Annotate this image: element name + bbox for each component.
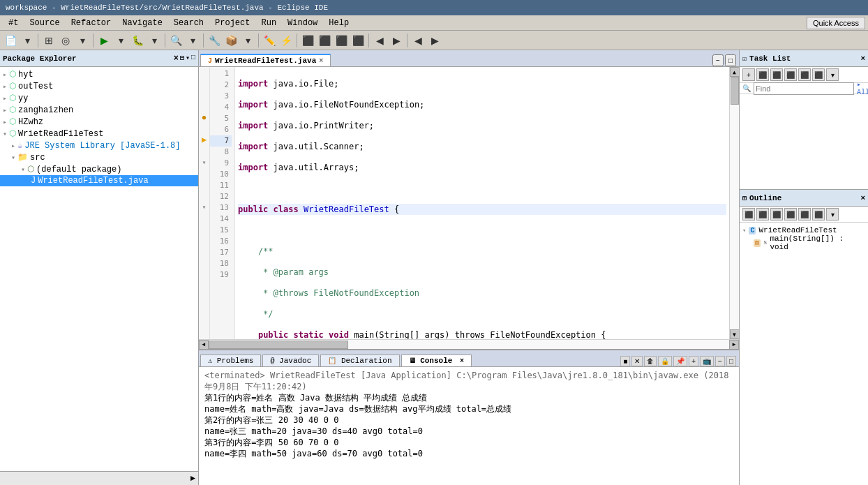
console-remove-btn[interactable]: ✕ xyxy=(631,356,643,366)
toolbar-btn-7[interactable]: 📦 xyxy=(223,33,239,48)
editor-tab-wrietreadfiletest[interactable]: J WrietReadFileTest.java × xyxy=(200,54,331,66)
menu-item-project[interactable]: Project xyxy=(209,17,255,29)
menu-item-window[interactable]: Window xyxy=(282,17,323,29)
task-find-input[interactable] xyxy=(754,82,854,95)
bottom-tab-console[interactable]: 🖥 Console × xyxy=(401,355,472,366)
task-btn-6[interactable]: ⬛ xyxy=(812,68,825,81)
toolbar-btn-14[interactable]: ⬛ xyxy=(350,33,366,48)
menu-item-search[interactable]: Search xyxy=(168,17,209,29)
menu-item-help[interactable]: Help xyxy=(323,17,354,29)
task-btn-3[interactable]: ⬛ xyxy=(770,68,783,81)
open-perspective-button[interactable]: ⊞ xyxy=(41,33,57,48)
task-btn-4[interactable]: ⬛ xyxy=(784,68,797,81)
bottom-tab-declaration[interactable]: 📋 Declaration xyxy=(320,355,399,366)
new-button[interactable]: 📄 xyxy=(3,33,18,48)
editor-maximize-btn[interactable]: □ xyxy=(725,54,736,66)
outline-btn-4[interactable]: ⬛ xyxy=(784,208,797,221)
toolbar-btn-17[interactable]: ◀ xyxy=(410,33,426,48)
console-pin-btn[interactable]: 📌 xyxy=(673,356,687,366)
expand-icon[interactable]: ► xyxy=(190,474,195,484)
debug-button[interactable]: 🐛 xyxy=(130,33,145,48)
editor-minimize-btn[interactable]: − xyxy=(712,54,724,66)
scroll-up-arrow[interactable]: ▲ xyxy=(730,67,740,77)
toolbar-btn-11[interactable]: ⬛ xyxy=(300,33,315,48)
h-scroll-left[interactable]: ◄ xyxy=(199,340,209,350)
toolbar-btn-18[interactable]: ▶ xyxy=(427,33,442,48)
menu-item-run[interactable]: Run xyxy=(255,17,282,29)
scroll-down-arrow[interactable]: ▼ xyxy=(730,329,740,339)
menu-item-source[interactable]: Source xyxy=(24,17,65,29)
tree-item-hzwhz[interactable]: ▸ ⬡ HZwhz xyxy=(0,116,198,128)
console-display-btn[interactable]: 📺 xyxy=(700,356,714,366)
console-stop-btn[interactable]: ■ xyxy=(620,356,630,366)
menu-item-refactor[interactable]: Refactor xyxy=(66,17,117,29)
h-scroll-right[interactable]: ► xyxy=(729,340,739,350)
tree-item-wrietreadfiletest-project[interactable]: ▾ ⬡ WrietReadFileTest xyxy=(0,128,198,140)
bottom-tab-problems[interactable]: ⚠ Problems xyxy=(200,355,261,366)
task-add-btn[interactable]: + xyxy=(742,68,755,81)
console-min-btn[interactable]: − xyxy=(715,356,725,366)
tree-item-yy[interactable]: ▸ ⬡ yy xyxy=(0,92,198,104)
task-list-close-icon[interactable]: × xyxy=(860,54,865,63)
marker-13-fold[interactable]: ▾ xyxy=(199,201,209,212)
tree-item-wrietreadfiletest-java[interactable]: J WrietReadFileTest.java xyxy=(0,175,198,186)
toolbar-btn-6[interactable]: 🔧 xyxy=(207,33,222,48)
panel-min-icon[interactable]: ⊟ xyxy=(180,54,184,64)
outline-btn-1[interactable]: ⬛ xyxy=(742,208,755,221)
panel-close-icon[interactable]: × xyxy=(174,54,179,64)
toolbar-btn-16[interactable]: ▶ xyxy=(389,33,404,48)
outline-method-main[interactable]: m s main(String[]) : void xyxy=(742,237,865,249)
panel-max-icon[interactable]: □ xyxy=(191,54,195,64)
outline-close-icon[interactable]: × xyxy=(860,194,865,202)
toolbar-btn-3[interactable]: ▾ xyxy=(75,33,90,48)
tree-item-src[interactable]: ▾ 📁 src xyxy=(0,151,198,163)
toolbar-btn-15[interactable]: ◀ xyxy=(372,33,387,48)
editor-panel: J WrietReadFileTest.java × − □ ● xyxy=(199,50,739,349)
outline-btn-2[interactable]: ⬛ xyxy=(756,208,769,221)
outline-btn-3[interactable]: ⬛ xyxy=(770,208,783,221)
toolbar-btn-13[interactable]: ⬛ xyxy=(334,33,349,48)
scroll-thumb[interactable] xyxy=(731,77,739,105)
marker-9-fold[interactable]: ▾ xyxy=(199,156,209,167)
task-expand-btn[interactable]: ▾ xyxy=(826,68,839,81)
outline-btn-5[interactable]: ⬛ xyxy=(798,208,811,221)
code-content[interactable]: import java.io.File; import java.io.File… xyxy=(235,67,729,339)
toolbar-btn-coverage[interactable]: 🔍 xyxy=(168,33,184,48)
task-btn-5[interactable]: ⬛ xyxy=(798,68,811,81)
h-scroll-track[interactable] xyxy=(209,340,729,349)
console-max-btn[interactable]: □ xyxy=(726,356,736,366)
quick-access-button[interactable]: Quick Access xyxy=(807,17,865,29)
toolbar-btn-8[interactable]: ▾ xyxy=(240,33,255,48)
run-button[interactable]: ▶ xyxy=(96,33,112,48)
toolbar-btn-2[interactable]: ◎ xyxy=(58,33,73,48)
console-tab-close[interactable]: × xyxy=(460,357,464,365)
outline-btn-6[interactable]: ⬛ xyxy=(812,208,825,221)
toolbar-btn-5[interactable]: ▾ xyxy=(185,33,200,48)
panel-menu-icon[interactable]: ▾ xyxy=(186,54,190,64)
toolbar-btn-10[interactable]: ⚡ xyxy=(278,33,294,48)
toolbar-btn-9[interactable]: ✏️ xyxy=(262,33,277,48)
bottom-tab-javadoc[interactable]: @ Javadoc xyxy=(262,355,319,366)
tree-item-jre[interactable]: ▸ ☕ JRE System Library [JavaSE-1.8] xyxy=(0,140,198,151)
toolbar: 📄 ▾ ⊞ ◎ ▾ ▶ ▾ 🐛 ▾ 🔍 ▾ 🔧 📦 ▾ ✏️ ⚡ ⬛ ⬛ ⬛ ⬛… xyxy=(0,31,868,50)
console-new-btn[interactable]: + xyxy=(689,356,698,366)
console-scroll-lock-btn[interactable]: 🔒 xyxy=(658,356,672,366)
tree-item-zanghaizhen[interactable]: ▸ ⬡ zanghaizhen xyxy=(0,104,198,116)
tree-item-hyt[interactable]: ▸ ⬡ hyt xyxy=(0,68,198,80)
tree-item-outtest[interactable]: ▸ ⬡ outTest xyxy=(0,80,198,92)
scroll-track[interactable] xyxy=(730,77,739,329)
marker-11 xyxy=(199,179,209,190)
task-btn-2[interactable]: ⬛ xyxy=(756,68,769,81)
run-dropdown[interactable]: ▾ xyxy=(113,33,128,48)
tree-item-default-package[interactable]: ▾ ⬡ (default package) xyxy=(0,163,198,175)
h-scroll-thumb[interactable] xyxy=(209,341,348,349)
menu-item-navigate[interactable]: Navigate xyxy=(117,17,168,29)
menu-item-file[interactable]: #t xyxy=(3,17,24,29)
java-icon: J xyxy=(31,176,36,186)
outline-btn-7[interactable]: ▾ xyxy=(826,208,839,221)
tab-close-icon[interactable]: × xyxy=(319,57,323,65)
debug-dropdown[interactable]: ▾ xyxy=(147,33,162,48)
toolbar-btn-12[interactable]: ⬛ xyxy=(317,33,332,48)
console-clear-btn[interactable]: 🗑 xyxy=(644,356,657,366)
new-dropdown-button[interactable]: ▾ xyxy=(20,33,35,48)
